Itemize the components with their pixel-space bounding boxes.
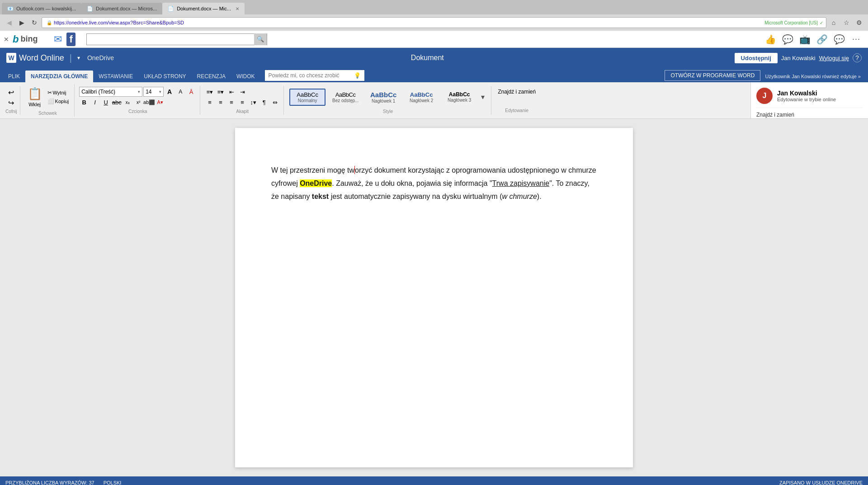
tab-plik-label: PLIK xyxy=(8,73,20,80)
word-count-label: PRZYBLIŻONA LICZBA WYRAZÓW: 37 xyxy=(5,480,94,485)
show-para-button[interactable]: ¶ xyxy=(259,97,269,107)
style-bez-odst[interactable]: AaBbCc Bez odstęp... xyxy=(327,89,363,106)
font-color-button[interactable]: A▾ xyxy=(155,97,165,107)
browser-tab-doc2[interactable]: 📄 Dokument.docx — Mic... ✕ xyxy=(162,3,245,14)
tab-plik[interactable]: PLIK xyxy=(3,71,25,82)
paste-button[interactable]: 📋 Wklej xyxy=(25,85,45,109)
logout-button[interactable]: Wyloguj się xyxy=(819,55,849,61)
help-button[interactable]: ? xyxy=(853,53,862,62)
font-row1: Calibri (Treść) ▾ 14 ▾ A A Ā xyxy=(79,87,196,97)
tab-recenzja[interactable]: RECENZJA xyxy=(192,71,231,82)
style-nagl2-text: AaBbCc xyxy=(408,91,435,98)
align-right-button[interactable]: ≡ xyxy=(226,97,236,107)
decrease-font-button[interactable]: A xyxy=(175,87,185,97)
clipboard-group: 📋 Wklej ✂ Wytnij ⬜ Kopiuj Schowek xyxy=(21,84,75,117)
bold-tekst: tekst xyxy=(312,193,329,200)
user-name-label[interactable]: Jan Kowalski xyxy=(781,55,816,61)
style-nagl2[interactable]: AaBbCc Nagłówek 2 xyxy=(403,89,439,106)
browser-tab-doc1[interactable]: 📄 Dokument.docx — Micros... xyxy=(81,3,162,14)
subscript-button[interactable]: x₂ xyxy=(123,97,132,107)
text-direction-button[interactable]: ⇔ xyxy=(270,97,280,107)
address-input[interactable] xyxy=(54,20,763,25)
document-paragraph: W tej przestrzeni mogę tworzyć dokument … xyxy=(271,164,597,203)
bing-search-input[interactable] xyxy=(87,36,254,42)
align-left-button[interactable]: ≡ xyxy=(205,97,215,107)
video-icon-btn[interactable]: 📺 xyxy=(797,31,813,47)
tab-wstawianie-label: WSTAWIANIE xyxy=(99,73,133,80)
italic-button[interactable]: I xyxy=(90,97,100,107)
ribbon-search-input[interactable] xyxy=(269,72,352,79)
header-right-area: Udostępnij Jan Kowalski Wyloguj się ? xyxy=(735,53,868,63)
user-avatar-initial: J xyxy=(763,92,767,100)
right-panel: J Jan Kowalski Edytowanie w trybie onlin… xyxy=(750,82,868,118)
bold-button[interactable]: B xyxy=(79,97,89,107)
find-replace-button[interactable]: Znajdź i zamień xyxy=(496,88,538,96)
style-nagl1[interactable]: AaBbCc Nagłówek 1 xyxy=(365,88,401,106)
refresh-button[interactable]: ↻ xyxy=(29,17,40,28)
document-title: Dokument xyxy=(411,54,444,61)
style-normalny[interactable]: AaBbCc Normalny xyxy=(289,89,326,106)
line-spacing-button[interactable]: ↕▾ xyxy=(248,97,258,107)
copy-button[interactable]: ⬜ Kopiuj xyxy=(46,97,71,105)
underline-button[interactable]: U xyxy=(101,97,111,107)
more-icon-btn[interactable]: ··· xyxy=(848,31,864,47)
document-page[interactable]: W tej przestrzeni mogę tworzyć dokument … xyxy=(235,128,633,467)
highlight-button[interactable]: ab⬛ xyxy=(144,97,154,107)
open-in-word-button[interactable]: OTWÓRZ W PROGRAMIE WORD xyxy=(665,70,760,81)
decrease-indent-button[interactable]: ⇤ xyxy=(226,87,236,97)
share2-icon-btn[interactable]: 🔗 xyxy=(814,31,830,47)
lock-icon: 🔒 xyxy=(47,20,52,25)
bing-name: bing xyxy=(20,34,38,44)
align-center-button[interactable]: ≡ xyxy=(216,97,226,107)
home-button[interactable]: ⌂ xyxy=(828,17,839,28)
word-logo-icon: W xyxy=(6,53,16,63)
redo-button[interactable]: ↪ xyxy=(6,98,16,108)
cut-icon: ✂ xyxy=(47,89,52,96)
browser-nav: ◀ ▶ ↻ 🔒 Microsoft Corporation [US] ✓ ⌂ ☆… xyxy=(0,14,868,31)
document-content: W tej przestrzeni mogę tworzyć dokument … xyxy=(271,164,597,203)
forward-button[interactable]: ▶ xyxy=(16,17,27,28)
strikethrough-button[interactable]: abc xyxy=(112,97,122,107)
tab-wstawianie[interactable]: WSTAWIANIE xyxy=(93,71,138,82)
clear-format-button[interactable]: Ā xyxy=(186,87,196,97)
font-size-selector[interactable]: 14 ▾ xyxy=(143,87,164,97)
title-dropdown-icon[interactable]: ▾ xyxy=(77,55,80,61)
tools-button[interactable]: ⚙ xyxy=(854,17,864,28)
editing-group-label: Edytowanie xyxy=(496,106,538,113)
skype-icon-btn[interactable]: 💬 xyxy=(831,31,847,47)
like-icon-btn[interactable]: 👍 xyxy=(762,31,778,47)
superscript-button[interactable]: x² xyxy=(133,97,143,107)
document-area: W tej przestrzeni mogę tworzyć dokument … xyxy=(0,119,868,476)
bullet-list-button[interactable]: ≡▾ xyxy=(205,87,215,97)
bing-search-button[interactable]: 🔍 xyxy=(254,33,267,45)
tab-close-icon[interactable]: ✕ xyxy=(236,6,239,11)
style-normalny-text: AaBbCc xyxy=(294,91,321,98)
onedrive-highlighted-word: OneDrive xyxy=(300,179,332,187)
comment-icon-btn[interactable]: 💬 xyxy=(779,31,796,47)
panel-find-replace-label[interactable]: Znajdź i zamień xyxy=(756,112,794,118)
text-cursor xyxy=(354,166,355,174)
tab-uklad[interactable]: UKŁAD STRONY xyxy=(138,71,191,82)
numbered-list-button[interactable]: ≡▾ xyxy=(216,87,226,97)
cut-copy-rows: ✂ Wytnij ⬜ Kopiuj xyxy=(46,89,71,105)
editing-group: Znajdź i zamień Edytowanie xyxy=(492,87,541,114)
cut-button[interactable]: ✂ Wytnij xyxy=(46,89,71,97)
font-rows: Calibri (Treść) ▾ 14 ▾ A A Ā B I U abc x… xyxy=(79,87,196,107)
tab-narzedzia[interactable]: NARZĘDZIA GŁÓWNE xyxy=(25,71,93,82)
browser-tab-outlook[interactable]: 📧 Outlook.com — kowalskij... xyxy=(2,3,81,14)
justify-button[interactable]: ≡ xyxy=(237,97,247,107)
bing-close-icon[interactable]: ✕ xyxy=(4,36,9,43)
font-row2: B I U abc x₂ x² ab⬛ A▾ xyxy=(79,97,196,107)
tab-widok[interactable]: WIDOK xyxy=(231,71,260,82)
share-button[interactable]: Udostępnij xyxy=(735,53,778,63)
back-button[interactable]: ◀ xyxy=(4,17,14,28)
font-name-selector[interactable]: Calibri (Treść) ▾ xyxy=(79,87,142,97)
increase-indent-button[interactable]: ⇥ xyxy=(237,87,247,97)
styles-more-button[interactable]: ▾ xyxy=(479,91,486,103)
tab-label-doc2: Dokument.docx — Mic... xyxy=(177,6,231,11)
bookmark-button[interactable]: ☆ xyxy=(841,17,852,28)
find-replace-label: Znajdź i zamień xyxy=(498,89,536,95)
increase-font-button[interactable]: A xyxy=(165,87,175,97)
style-nagl3[interactable]: AaBbCc Nagłówek 3 xyxy=(441,89,477,105)
undo-button[interactable]: ↩ xyxy=(6,87,16,98)
